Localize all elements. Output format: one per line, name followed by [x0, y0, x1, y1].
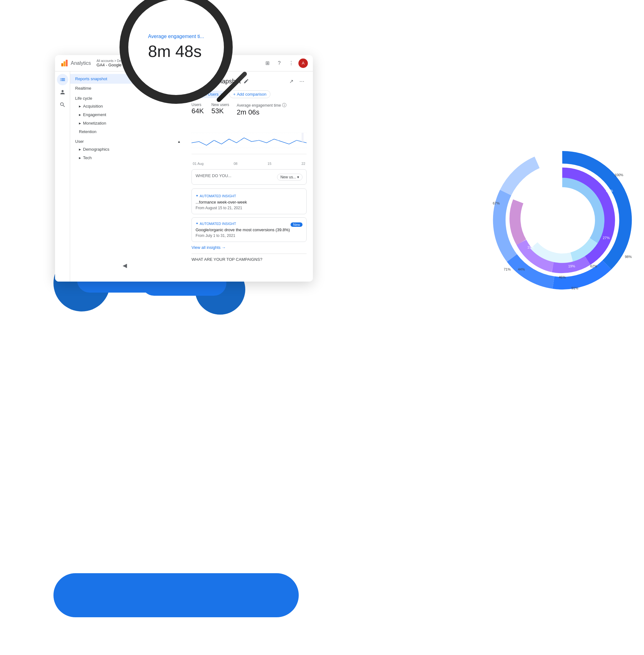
line-chart: [191, 121, 306, 159]
sidebar-sub-monetization[interactable]: ▸ Monetization: [70, 119, 185, 128]
svg-rect-8: [66, 60, 68, 66]
donut-chart: 100% 98% 91% 71% 67% 27% 27% 19% 19% 62%…: [490, 141, 635, 299]
insight-tag-2: ✦ AUTOMATED INSIGHT: [196, 222, 236, 226]
new-users-filter[interactable]: New us... ▾: [277, 174, 302, 181]
donut-label-44: 44%: [518, 267, 525, 271]
scene: Analytics All accounts > Demo Account GA…: [0, 0, 644, 655]
donut-label-46: 46%: [559, 275, 566, 279]
donut-label-67: 67%: [493, 201, 500, 205]
triangle-icon: ▸: [79, 121, 81, 126]
donut-label-71: 71%: [504, 267, 511, 271]
donut-label-62: 62%: [590, 264, 597, 268]
insight-card-1: ✦ AUTOMATED INSIGHT ...formance week-ove…: [191, 188, 306, 214]
chart-label-aug08: 08: [234, 162, 237, 165]
sidebar-icon-search[interactable]: [57, 99, 68, 110]
where-section: WHERE DO YOU... New us... ▾: [191, 169, 306, 185]
donut-segment-8: [515, 201, 521, 242]
donut-label-19b: 19%: [527, 245, 534, 249]
campaigns-header: WHAT ARE YOUR TOP CAMPAIGNS?: [191, 253, 306, 262]
insights-section: ✦ AUTOMATED INSIGHT ...formance week-ove…: [191, 188, 306, 250]
svg-rect-7: [64, 61, 65, 66]
donut-label-100: 100%: [615, 173, 623, 177]
insight-tag-1: ✦ AUTOMATED INSIGHT: [196, 194, 236, 198]
svg-rect-13: [302, 133, 303, 143]
insight-date-2: From July 1 to 31, 2021: [196, 233, 302, 238]
triangle-icon-3: ▸: [79, 155, 81, 160]
nav-icons: ⊞ ? ⋮ A: [262, 59, 308, 68]
view-all-insights-link[interactable]: View all insights →: [191, 245, 306, 250]
sidebar-collapse-button[interactable]: ◀: [123, 262, 127, 269]
chart-label-aug01: 01 Aug: [193, 162, 204, 165]
info-icon: ⓘ: [282, 103, 286, 108]
chart-label-aug22: 22: [302, 162, 305, 165]
sidebar-icon-user[interactable]: [57, 87, 68, 98]
more-actions-button[interactable]: ⋯: [297, 76, 306, 86]
dropdown-icon: ▾: [297, 175, 299, 179]
donut-segment-4: [506, 162, 537, 193]
donut-label-27b: 27%: [603, 236, 610, 240]
avatar[interactable]: A: [298, 59, 308, 68]
bottom-blob-decoration: [53, 573, 299, 617]
help-icon-button[interactable]: ?: [275, 59, 284, 68]
donut-label-98: 98%: [625, 255, 632, 258]
more-vert-icon-button[interactable]: ⋮: [286, 59, 296, 68]
analytics-logo-icon: [60, 59, 69, 68]
chart-area: [191, 121, 306, 159]
svg-rect-6: [61, 63, 63, 66]
mag-metric-value: 8m 48s: [148, 42, 204, 61]
sidebar-section-user[interactable]: User ▴: [70, 136, 185, 145]
share-icon-button[interactable]: ↗: [286, 76, 296, 86]
chart-label-aug15: 15: [268, 162, 271, 165]
donut-label-91: 91%: [571, 286, 578, 290]
triangle-icon-2: ▸: [79, 147, 81, 152]
magnifier: Average engagement ti... 8m 48s: [119, 0, 258, 119]
triangle-icon: ▸: [79, 104, 81, 109]
sidebar-sub-tech[interactable]: ▸ Tech: [70, 154, 185, 162]
donut-label-19a: 19%: [568, 264, 575, 268]
sidebar-icon-rail: [55, 71, 70, 281]
sidebar-sub-demographics[interactable]: ▸ Demographics: [70, 145, 185, 154]
donut-chart-svg: 100% 98% 91% 71% 67% 27% 27% 19% 19% 62%…: [490, 141, 635, 299]
mag-metric-label: Average engagement ti...: [148, 33, 204, 39]
magnifier-circle: Average engagement ti... 8m 48s: [119, 0, 233, 104]
donut-label-27a: 27%: [606, 189, 613, 193]
where-title: WHERE DO YOU...: [196, 173, 231, 178]
insight-title-1: ...formance week-over-week: [196, 200, 302, 204]
analytics-logo: Analytics: [60, 59, 91, 68]
grid-icon-button[interactable]: ⊞: [262, 59, 272, 68]
insight-card-2: ✦ AUTOMATED INSIGHT New Google/organic d…: [191, 218, 306, 242]
sidebar-sub-retention[interactable]: Retention: [70, 128, 185, 136]
header-actions: ↗ ⋯: [286, 76, 306, 86]
donut-segment-11: [534, 245, 572, 258]
app-name-label: Analytics: [71, 61, 91, 66]
chart-labels: 01 Aug 08 15 22: [191, 162, 306, 165]
sidebar-icon-reports[interactable]: [57, 74, 68, 85]
magnifier-content: Average engagement ti... 8m 48s: [142, 27, 211, 67]
new-badge: New: [291, 222, 302, 227]
insight-title-2: Google/organic drove the most conversion…: [196, 227, 302, 232]
triangle-icon: ▸: [79, 112, 81, 117]
insight-date-1: From August 15 to 21, 2021: [196, 206, 302, 210]
chevron-up-icon-2: ▴: [178, 139, 180, 144]
